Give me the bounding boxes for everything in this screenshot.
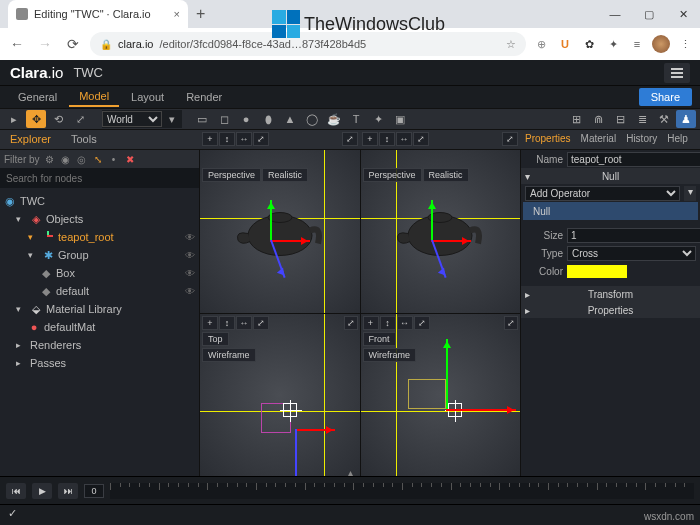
tab-close-icon[interactable]: × bbox=[174, 8, 180, 20]
ext-gear-icon[interactable]: ✿ bbox=[580, 35, 598, 53]
viewport-perspective-2[interactable]: PerspectiveRealistic bbox=[361, 150, 521, 313]
tree-default[interactable]: ◆default👁 bbox=[0, 282, 199, 300]
color-swatch[interactable] bbox=[567, 265, 627, 278]
vp-shading-label[interactable]: Realistic bbox=[262, 168, 308, 182]
type-select[interactable]: Cross bbox=[567, 246, 696, 261]
vp-zoom-icon[interactable]: ↕ bbox=[219, 316, 235, 330]
vp-max-icon[interactable]: ⤢ bbox=[414, 316, 430, 330]
tab-help[interactable]: Help bbox=[662, 130, 693, 149]
visibility-icon[interactable]: 👁 bbox=[185, 286, 195, 297]
vp2-zoom-icon[interactable]: ↕ bbox=[379, 132, 395, 146]
name-input[interactable] bbox=[567, 152, 700, 167]
app-logo[interactable]: Clara.io bbox=[10, 64, 63, 81]
browser-tab[interactable]: Editing "TWC" · Clara.io × bbox=[8, 0, 188, 28]
vp-full-icon[interactable]: ⤢ bbox=[344, 316, 358, 330]
tree-group[interactable]: ▾✱Group👁 bbox=[0, 246, 199, 264]
nav-forward-icon[interactable]: → bbox=[34, 33, 56, 55]
share-button[interactable]: Share bbox=[639, 88, 692, 106]
vp1-pan-icon[interactable]: ↔ bbox=[236, 132, 252, 146]
vp2-expand-icon[interactable]: + bbox=[362, 132, 378, 146]
viewport-front[interactable]: +↕↔⤢ ⤢ Front Wireframe bbox=[361, 314, 521, 477]
prim-box-icon[interactable]: ◻ bbox=[214, 110, 234, 128]
app-menu-icon[interactable] bbox=[664, 63, 690, 83]
browser-menu-icon[interactable]: ⋮ bbox=[676, 35, 694, 53]
size-input[interactable] bbox=[567, 228, 700, 243]
tab-model[interactable]: Model bbox=[69, 87, 119, 107]
prim-torus-icon[interactable]: ◯ bbox=[302, 110, 322, 128]
filter-ring-icon[interactable]: ◎ bbox=[76, 153, 88, 165]
transform-gizmo[interactable] bbox=[255, 389, 335, 469]
vp-camera-label[interactable]: Perspective bbox=[363, 168, 422, 182]
tab-render[interactable]: Render bbox=[176, 88, 232, 106]
timeline-track[interactable] bbox=[110, 483, 694, 499]
tool-move-icon[interactable]: ✥ bbox=[26, 110, 46, 128]
window-close[interactable]: ✕ bbox=[666, 3, 700, 25]
vp2-full-icon[interactable]: ⤢ bbox=[502, 132, 518, 146]
vp-expand-icon[interactable]: + bbox=[202, 316, 218, 330]
prim-camera-icon[interactable]: ▣ bbox=[390, 110, 410, 128]
tab-history[interactable]: History bbox=[621, 130, 662, 149]
tree-matlib[interactable]: ▾⬙Material Library bbox=[0, 300, 199, 318]
tree-box[interactable]: ◆Box👁 bbox=[0, 264, 199, 282]
visibility-icon[interactable]: 👁 bbox=[185, 232, 195, 243]
prim-plane-icon[interactable]: ▭ bbox=[192, 110, 212, 128]
search-input[interactable] bbox=[0, 168, 199, 188]
vp-max-icon[interactable]: ⤢ bbox=[253, 316, 269, 330]
vp-full-icon[interactable]: ⤢ bbox=[504, 316, 518, 330]
tree-defaultmat[interactable]: ●defaultMat bbox=[0, 318, 199, 336]
filter-eye-icon[interactable]: ◉ bbox=[60, 153, 72, 165]
vp-shading-label[interactable]: Wireframe bbox=[363, 348, 417, 362]
prim-light-icon[interactable]: ✦ bbox=[368, 110, 388, 128]
viewport-top[interactable]: +↕↔⤢ ⤢ Top Wireframe bbox=[200, 314, 360, 477]
vp-expand-icon[interactable]: + bbox=[363, 316, 379, 330]
tool-select-icon[interactable]: ▸ bbox=[4, 110, 24, 128]
tab-material[interactable]: Material bbox=[576, 130, 622, 149]
add-operator-select[interactable]: Add Operator bbox=[525, 186, 680, 201]
vp2-max-icon[interactable]: ⤢ bbox=[413, 132, 429, 146]
transform-gizmo[interactable] bbox=[391, 200, 471, 280]
visibility-icon[interactable]: 👁 bbox=[185, 268, 195, 279]
vp-camera-label[interactable]: Top bbox=[202, 332, 229, 346]
section-properties[interactable]: ▸Properties bbox=[521, 302, 700, 318]
timeline-start-icon[interactable]: ⏮ bbox=[6, 483, 26, 499]
ext-u-icon[interactable]: U bbox=[556, 35, 574, 53]
filter-axes-icon[interactable]: ⤡ bbox=[92, 153, 104, 165]
vp1-max-icon[interactable]: ⤢ bbox=[253, 132, 269, 146]
section-transform[interactable]: ▸Transform bbox=[521, 286, 700, 302]
coord-dropdown-icon[interactable]: ▾ bbox=[162, 110, 182, 128]
tree-passes[interactable]: ▸Passes bbox=[0, 354, 199, 372]
viewport-perspective-1[interactable]: PerspectiveRealistic bbox=[200, 150, 360, 313]
window-minimize[interactable]: — bbox=[598, 3, 632, 25]
transform-gizmo[interactable] bbox=[406, 339, 486, 419]
tool-grid-icon[interactable]: ⊟ bbox=[610, 110, 630, 128]
prim-sphere-icon[interactable]: ● bbox=[236, 110, 256, 128]
tree-root[interactable]: ◉TWC bbox=[0, 192, 199, 210]
profile-avatar[interactable] bbox=[652, 35, 670, 53]
tool-magnet-icon[interactable]: ⋒ bbox=[588, 110, 608, 128]
null-operator-row[interactable]: Null bbox=[527, 206, 550, 217]
tab-tools[interactable]: Tools bbox=[61, 130, 107, 149]
coord-system-dropdown[interactable]: World bbox=[102, 111, 162, 127]
transform-gizmo[interactable] bbox=[230, 200, 310, 280]
tool-user-icon[interactable]: ♟ bbox=[676, 110, 696, 128]
ext-key-icon[interactable]: ⊕ bbox=[532, 35, 550, 53]
vp-pan-icon[interactable]: ↔ bbox=[236, 316, 252, 330]
tree-renderers[interactable]: ▸Renderers bbox=[0, 336, 199, 354]
filter-cross-icon[interactable]: ✖ bbox=[124, 153, 136, 165]
ext-list-icon[interactable]: ≡ bbox=[628, 35, 646, 53]
vp-zoom-icon[interactable]: ↕ bbox=[380, 316, 396, 330]
vp2-pan-icon[interactable]: ↔ bbox=[396, 132, 412, 146]
tool-snap-icon[interactable]: ⊞ bbox=[566, 110, 586, 128]
tab-layout[interactable]: Layout bbox=[121, 88, 174, 106]
filter-gear-icon[interactable]: ⚙ bbox=[44, 153, 56, 165]
timeline-frame[interactable]: 0 bbox=[84, 484, 104, 498]
prim-cylinder-icon[interactable]: ⬮ bbox=[258, 110, 278, 128]
ext-puzzle-icon[interactable]: ✦ bbox=[604, 35, 622, 53]
window-maximize[interactable]: ▢ bbox=[632, 3, 666, 25]
prim-cone-icon[interactable]: ▲ bbox=[280, 110, 300, 128]
prim-text-icon[interactable]: T bbox=[346, 110, 366, 128]
new-tab-button[interactable]: + bbox=[196, 5, 205, 23]
filter-dot-icon[interactable]: • bbox=[108, 153, 120, 165]
url-box[interactable]: 🔒 clara.io /editor/3fcd0984-f8ce-43ad…87… bbox=[90, 32, 526, 56]
visibility-icon[interactable]: 👁 bbox=[185, 250, 195, 261]
